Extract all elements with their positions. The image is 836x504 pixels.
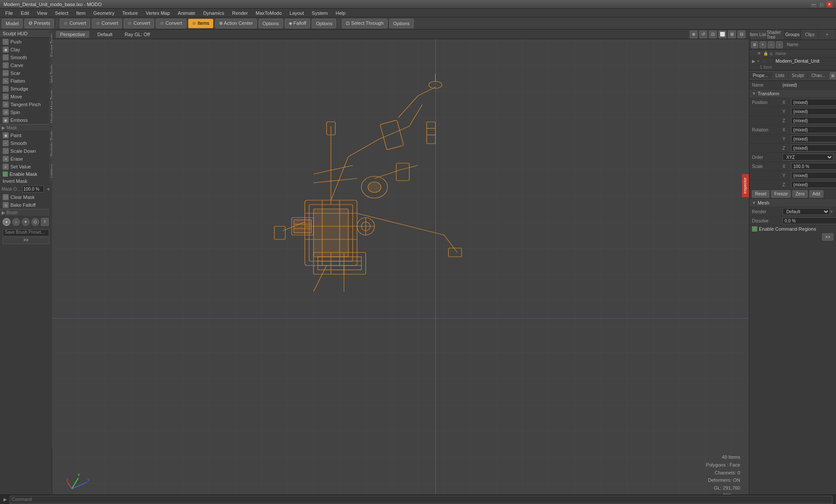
tool-spin[interactable]: ↺ Spin <box>0 108 52 116</box>
prop-rotation-x-input[interactable] <box>791 126 836 133</box>
tool-set-value[interactable]: # Set Value <box>0 163 52 171</box>
action-center-button[interactable]: ⊕ Action Center <box>215 19 257 28</box>
prop-tab-lists[interactable]: Lists <box>772 72 789 79</box>
brush-shape-text[interactable]: T <box>41 218 49 226</box>
rp-tab-groups[interactable]: Groups <box>784 30 802 40</box>
brush-shape-circle[interactable]: ● <box>3 218 10 226</box>
minimize-button[interactable]: — <box>811 1 817 7</box>
command-input[interactable] <box>10 496 833 504</box>
convert-button-1[interactable]: ☆ Convert <box>60 19 90 28</box>
vp-frame-button[interactable]: ⊡ <box>709 30 717 38</box>
prop-position-x-input[interactable] <box>791 99 836 106</box>
viewport[interactable]: Perspective Default Ray GL: Off ⊕ ↺ ⊡ ⬜ … <box>52 30 749 504</box>
prop-render-arrow[interactable]: ▼ <box>830 210 833 214</box>
close-button[interactable]: ✕ <box>826 1 833 7</box>
tool-scale-down[interactable]: ↓ Scale Down <box>0 147 52 155</box>
convert-button-4[interactable]: ☆ Convert <box>156 19 186 28</box>
tool-clay[interactable]: ◼ Clay <box>0 46 52 54</box>
options-button-3[interactable]: Options <box>389 19 414 28</box>
transform-section-header[interactable]: ▼ Transform <box>749 90 836 98</box>
rp-tab-item-list[interactable]: Item List <box>749 30 767 40</box>
prop-enable-command-regions-row[interactable]: ✓ Enable Command Regions <box>749 225 836 232</box>
vp-settings-button[interactable]: ⊟ <box>738 30 745 38</box>
prop-reset-btn[interactable]: Reset <box>752 190 769 198</box>
mask-opacity-input[interactable] <box>22 185 44 192</box>
mesh-section-header[interactable]: ▼ Mesh <box>749 199 836 207</box>
tool-clear-mask[interactable]: ☐ Clear Mask <box>0 193 52 201</box>
options-button-2[interactable]: Options <box>312 19 336 28</box>
prop-dissolve-input[interactable] <box>782 217 836 224</box>
menu-texture[interactable]: Texture <box>119 10 142 17</box>
falloff-button[interactable]: ◈ Falloff <box>285 19 310 28</box>
rp-tool-btn-3[interactable]: − <box>768 41 775 48</box>
maximize-button[interactable]: □ <box>819 1 825 7</box>
brush-expand-button[interactable]: >> <box>3 237 49 244</box>
tool-carve[interactable]: / Carve <box>0 61 52 69</box>
rp-tool-btn-2[interactable]: + <box>759 41 766 48</box>
menu-item[interactable]: Item <box>73 10 89 17</box>
tool-paint[interactable]: ◼ Paint <box>0 131 52 139</box>
prop-add-btn[interactable]: Add <box>809 190 823 198</box>
vp-home-button[interactable]: ⊕ <box>690 30 698 38</box>
brush-shape-star[interactable]: ✦ <box>22 218 30 226</box>
prop-position-y-input[interactable] <box>791 108 836 115</box>
rp-tool-btn-4[interactable]: ↑ <box>776 41 783 48</box>
prop-tab-properties[interactable]: Prope... <box>749 72 772 79</box>
tool-bake-falloff[interactable]: ◎ Bake Falloff <box>0 201 52 209</box>
options-button-1[interactable]: Options <box>259 19 283 28</box>
tool-flatten[interactable]: = Flatten <box>0 77 52 85</box>
menu-view[interactable]: View <box>34 10 51 17</box>
menu-vertex-map[interactable]: Vertex Map <box>142 10 174 17</box>
vp-rotate-button[interactable]: ↺ <box>699 30 707 38</box>
menu-geometry[interactable]: Geometry <box>90 10 118 17</box>
menu-select[interactable]: Select <box>51 10 72 17</box>
rp-tab-add[interactable]: + <box>819 30 836 40</box>
save-brush-preset-input[interactable]: Save Brush Preset... <box>3 229 49 236</box>
prop-expand-button[interactable]: >> <box>822 233 833 241</box>
viewport-tab-perspective[interactable]: Perspective <box>56 31 89 38</box>
prop-rotation-z-input[interactable] <box>791 144 836 151</box>
prop-scale-x-input[interactable] <box>791 163 836 170</box>
rp-tab-shader-tree[interactable]: Shader Tree <box>767 30 784 40</box>
vp-grid-button[interactable]: ⊞ <box>728 30 736 38</box>
items-button[interactable]: ☆ Items <box>188 19 213 28</box>
prop-order-select[interactable]: XYZ <box>782 154 833 161</box>
menu-render[interactable]: Render <box>229 10 251 17</box>
model-button[interactable]: Model <box>2 19 23 28</box>
menu-file[interactable]: File <box>2 10 17 17</box>
vp-fullscreen-button[interactable]: ⬜ <box>718 30 726 38</box>
brush-shape-ring[interactable]: ○ <box>12 218 20 226</box>
mask-section-header[interactable]: ▶ Mask <box>0 124 52 131</box>
menu-edit[interactable]: Edit <box>17 10 33 17</box>
prop-expand-btn[interactable]: ⊞ <box>829 72 836 79</box>
menu-animate[interactable]: Animate <box>174 10 199 17</box>
rp-tool-btn-1[interactable]: ⚙ <box>751 41 758 48</box>
menu-maxtomodo[interactable]: MaxToModo <box>252 10 285 17</box>
convert-button-3[interactable]: ☆ Convert <box>124 19 154 28</box>
menu-layout[interactable]: Layout <box>286 10 307 17</box>
tool-emboss[interactable]: ▣ Emboss <box>0 116 52 124</box>
tool-smudge[interactable]: ◦ Smudge <box>0 85 52 93</box>
menu-system[interactable]: System <box>308 10 331 17</box>
tool-tangent-pinch[interactable]: ◇ Tangent Pinch <box>0 101 52 108</box>
viewport-tab-default[interactable]: Default <box>93 31 117 38</box>
viewport-canvas[interactable]: 49 Items Polygons : Face Channels: 0 Def… <box>52 39 749 504</box>
prop-render-select[interactable]: Default <box>782 208 830 215</box>
tool-erase[interactable]: ✕ Erase <box>0 155 52 163</box>
inspector-tab[interactable]: Inspector <box>742 174 749 197</box>
prop-tab-sculpt[interactable]: Sculpt <box>789 72 808 79</box>
rp-tab-clips[interactable]: Clips <box>801 30 819 40</box>
prop-zero-btn[interactable]: Zero <box>792 190 808 198</box>
tool-smooth-1[interactable]: ~ Smooth <box>0 54 52 61</box>
presets-button[interactable]: ⚙ Presets <box>24 19 54 28</box>
menu-dynamics[interactable]: Dynamics <box>200 10 228 17</box>
prop-position-z-input[interactable] <box>791 117 836 124</box>
brush-shape-brush[interactable]: ⌬ <box>31 218 39 226</box>
brush-section-header[interactable]: ▶ Brush <box>0 209 52 216</box>
tool-scar[interactable]: — Scar <box>0 69 52 77</box>
tree-item-dental-unit[interactable]: ▶ ● □ ○ Modern_Dental_Unit <box>749 57 836 64</box>
invert-mask-item[interactable]: Invert Mask <box>0 178 52 185</box>
prop-scale-y-input[interactable] <box>791 172 836 179</box>
select-through-button[interactable]: ⊡ Select Through <box>342 19 387 28</box>
prop-scale-z-input[interactable] <box>791 181 836 188</box>
